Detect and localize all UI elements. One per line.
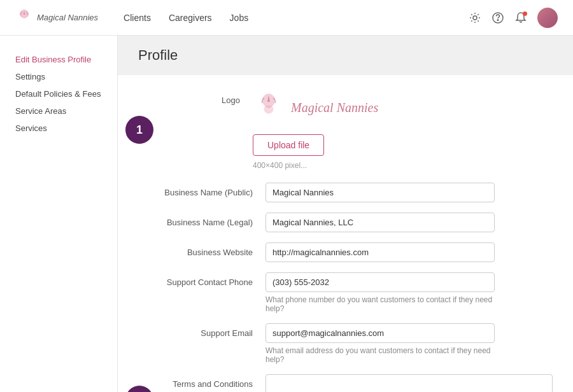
sidebar: Edit Business Profile Settings Default P… [0,36,118,392]
sidebar-item-default-policies-fees[interactable]: Default Policies & Fees [15,85,117,102]
page-title: Profile [138,47,553,64]
terms-section: 2 Terms and Conditions Please enter the … [138,374,553,392]
nav-jobs[interactable]: Jobs [230,13,249,23]
logo-content: Magical Nannies Upload file 400×400 pixe… [253,90,378,170]
hint-support-phone: What phone number do you want customers … [265,295,495,313]
logo-link[interactable]: Magical Nannies [15,7,98,29]
profile-form: 1 Logo [118,90,573,392]
logo-section: 1 Logo [138,90,553,170]
main-layout: Edit Business Profile Settings Default P… [0,36,573,392]
sidebar-item-service-areas[interactable]: Service Areas [15,102,117,120]
logo-display: Magical Nannies [253,90,378,125]
label-support-email: Support Email [138,323,265,338]
form-row-support-email: Support Email What email address do you … [138,323,553,364]
notification-dot [523,11,527,16]
field-wrap-business-website [265,242,495,262]
form-row-support-phone: Support Contact Phone What phone number … [138,272,553,313]
input-business-website[interactable] [265,242,495,262]
field-wrap-terms: Please enter the terms and conditions sp… [265,374,553,392]
form-row-business-name-legal: Business Name (Legal) [138,213,553,232]
form-row-terms: Terms and Conditions Please enter the te… [138,374,553,392]
upload-file-button[interactable]: Upload file [253,134,324,156]
help-button[interactable] [492,11,504,24]
form-row-business-name-public: Business Name (Public) [138,183,553,202]
hint-support-email: What email address do you want customers… [265,346,495,364]
logo-icon [15,7,33,29]
label-business-website: Business Website [138,242,265,257]
sidebar-item-edit-business-profile[interactable]: Edit Business Profile [15,51,117,68]
input-support-email[interactable] [265,323,495,343]
step-1-bubble: 1 [125,116,153,144]
label-terms: Terms and Conditions [138,374,265,389]
input-business-name-legal[interactable] [265,213,495,232]
sidebar-item-services[interactable]: Services [15,120,117,137]
field-wrap-business-name-public [265,183,495,202]
input-business-name-public[interactable] [265,183,495,202]
logo-text: Magical Nannies [37,13,98,22]
logo-brand-name: Magical Nannies [291,101,378,115]
brand-logo-icon [253,90,285,125]
logo-row: Logo Magical Nannies [138,90,553,170]
label-business-name-public: Business Name (Public) [138,183,265,197]
label-business-name-legal: Business Name (Legal) [138,213,265,227]
field-wrap-support-email: What email address do you want customers… [265,323,495,364]
field-wrap-business-name-legal [265,213,495,232]
nav-actions [469,8,558,28]
page-header: Profile [118,36,573,75]
form-row-business-website: Business Website [138,242,553,262]
field-wrap-support-phone: What phone number do you want customers … [265,272,495,313]
sidebar-item-settings[interactable]: Settings [15,68,117,85]
top-navigation: Magical Nannies Clients Caregivers Jobs [0,0,573,36]
input-terms[interactable] [265,374,553,392]
logo-label: Logo [138,90,253,105]
nav-clients[interactable]: Clients [124,13,151,23]
label-support-phone: Support Contact Phone [138,272,265,287]
svg-point-2 [497,19,499,20]
notifications-button[interactable] [514,11,527,24]
upload-hint: 400×400 pixel... [253,161,307,170]
nav-links: Clients Caregivers Jobs [124,13,469,23]
nav-caregivers[interactable]: Caregivers [169,13,212,23]
input-support-phone[interactable] [265,272,495,292]
avatar[interactable] [537,8,558,28]
main-content: Profile 1 Logo [118,36,573,392]
svg-point-0 [473,16,477,20]
settings-button[interactable] [469,11,481,24]
